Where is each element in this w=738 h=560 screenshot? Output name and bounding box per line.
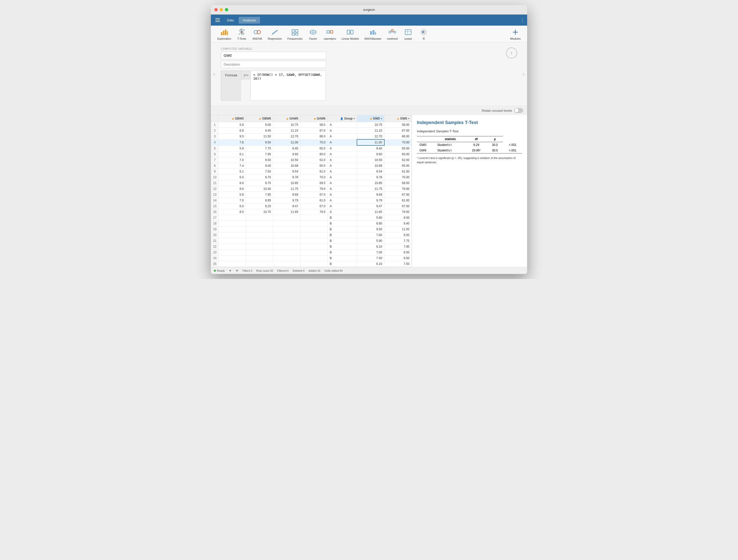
cell-gaw0: 11.00 [273,139,301,146]
svg-rect-0 [216,18,220,19]
cell-gw0[interactable]: 5.80 [357,215,384,221]
cell-gw0[interactable]: 9.69 [357,192,384,198]
cell-gw0[interactable]: 9.79 [357,198,384,203]
ttests-icon [237,28,246,37]
status-row-count: Row count 32 [256,269,273,272]
computed-name-input[interactable] [221,52,326,59]
toolbar-regression[interactable]: Regression [265,27,284,41]
row-number: 10 [211,175,219,180]
menu-button[interactable] [214,16,222,24]
upload-button[interactable]: ↑ [506,47,517,58]
cell-gw0[interactable]: 11.00 [357,139,384,146]
cell-gw0[interactable]: 6.80 [357,221,384,227]
data-table-container[interactable]: ◆ GBW0 ◆ GBW6 ◆ GAW0 ◆ GAW6 [211,115,412,267]
table-row: 17B5.809.00 [211,215,412,221]
table-row: 128.610.4011.7579.0A11.7579.00 [211,186,412,192]
toolbar-linear-models[interactable]: Linear Models [339,27,361,41]
cell-gbw6 [246,215,273,221]
cell-gw0[interactable]: 9.40 [357,146,384,152]
table-row: 156.08.259.4767.0A9.4767.00 [211,203,412,209]
cell-gaw0: 9.54 [273,169,301,175]
cell-gw0[interactable]: 6.10 [357,261,384,267]
cell-gw0[interactable]: 9.54 [357,169,384,175]
cell-gw0[interactable]: 5.90 [357,238,384,244]
computed-description-input[interactable] [221,61,326,68]
col-header-gbw0[interactable]: ◆ GBW0 [219,115,246,122]
toolbar-exploration[interactable]: Exploration [215,27,234,41]
toolbar-jusepi[interactable]: jusepi [401,27,416,41]
table-row: 77.08.5010.5062.0A10.5062.00 [211,157,412,163]
toolbar-factor[interactable]: Factor [306,27,321,41]
table-row: 118.09.7510.8569.5A10.8569.50 [211,180,412,186]
cell-gbw0: 7.6 [219,139,246,146]
results-col-statistic: statistic [435,136,466,142]
cell-gbw0: 5.8 [219,122,246,128]
cell-gbw6: 7.75 [246,146,273,152]
col-header-gaw0[interactable]: ◆ GAW0 [273,115,301,122]
cell-gw0[interactable]: 11.65 [357,209,384,215]
table-row: 66.17.959.6060.0A9.6060.00 [211,152,412,157]
col-header-gw6[interactable]: ◆ GW6 ● [384,115,412,122]
linear-models-label: Linear Models [342,37,359,40]
cell-gw0[interactable]: 9.50 [357,227,384,232]
cell-gaw6 [300,238,328,244]
cell-gbw6 [246,232,273,238]
eye-icon[interactable]: 👁 [236,269,239,272]
toolbar-ttests[interactable]: T-Tests [234,27,249,41]
results-title: Independent Samples T-Test [417,120,522,125]
toolbar-anovapower[interactable]: ANOVApower [362,27,384,41]
cell-gbw6 [246,261,273,267]
nav-arrow-right[interactable]: › [522,70,524,78]
analyses-tab[interactable]: Analyses [239,17,260,24]
cell-gw0[interactable]: 7.60 [357,232,384,238]
row-number: 15 [211,203,219,209]
cell-gw0[interactable]: 7.40 [357,255,384,261]
toolbar-frequencies[interactable]: Frequencies [285,27,305,41]
col-header-group[interactable]: 👤 Group ● [328,115,357,122]
col-header-gw0[interactable]: ◆ GW0 ● [357,115,384,122]
toolbar-anova[interactable]: ANOVA [250,27,265,41]
cell-gw0[interactable]: 9.47 [357,203,384,209]
result-test: Student's t [435,148,466,154]
cell-gw0[interactable]: 9.78 [357,175,384,180]
toolbar-medmod[interactable]: medmod [385,27,400,41]
cell-group: B [328,250,357,255]
row-number: 16 [211,209,219,215]
nav-arrow-left[interactable]: ‹ [214,70,216,78]
cell-gbw0: 6.8 [219,128,246,133]
cell-gw0[interactable]: 9.60 [357,152,384,157]
data-area: ◆ GBW0 ◆ GBW6 ◆ GAW0 ◆ GAW6 [211,115,527,267]
filter-icon[interactable]: ▼ [229,269,232,272]
cell-gw0[interactable]: 6.10 [357,244,384,250]
cell-gw0[interactable]: 10.50 [357,157,384,163]
cell-gw0[interactable]: 11.75 [357,186,384,192]
formula-input[interactable]: = IF(ROW() < 17, GAW0, OFFSET(GBW0, 16)) [251,70,326,101]
col-header-gaw6[interactable]: ◆ GAW6 [300,115,328,122]
minimize-button[interactable] [220,8,223,11]
retain-toggle[interactable] [514,108,523,113]
modules-button[interactable]: Modules [507,27,523,41]
cell-gaw0 [273,255,301,261]
cell-gbw6: 7.50 [246,169,273,175]
cell-gw0[interactable]: 10.75 [357,122,384,128]
toolbar-r[interactable]: R R [416,27,431,41]
cell-gw0[interactable]: 12.70 [357,133,384,139]
cell-gaw6: 65.0 [300,163,328,169]
col-header-gbw6[interactable]: ◆ GBW6 [246,115,273,122]
row-number: 11 [211,180,219,186]
maximize-button[interactable] [225,8,228,11]
close-button[interactable] [215,8,218,11]
cell-gw0[interactable]: 10.68 [357,163,384,169]
status-filtered: Filtered 0 [277,269,289,272]
data-tab[interactable]: Data [223,17,238,24]
cell-gw0[interactable]: 11.15 [357,128,384,133]
cell-gbw0: 9.5 [219,133,246,139]
nav-more-icon[interactable]: ⋮ [520,17,524,23]
retain-row: Retain unused levels [211,106,527,115]
cell-gw0[interactable]: 10.85 [357,180,384,186]
cell-gw0[interactable]: 7.00 [357,250,384,255]
toolbar-casnetjmv[interactable]: casnetjmv [321,27,339,41]
table-row: 135.97.959.6967.0A9.6967.00 [211,192,412,198]
cell-gbw0: 8.0 [219,180,246,186]
cell-gaw0: 11.15 [273,128,301,133]
